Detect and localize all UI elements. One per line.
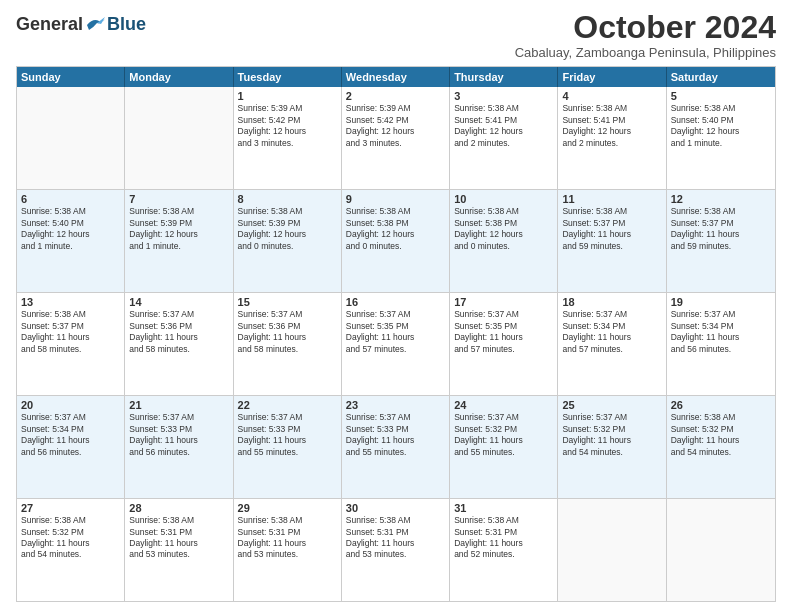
logo-general-text: General [16, 14, 83, 35]
calendar-cell: 30Sunrise: 5:38 AM Sunset: 5:31 PM Dayli… [342, 499, 450, 601]
header-day-sunday: Sunday [17, 67, 125, 87]
calendar-row-2: 6Sunrise: 5:38 AM Sunset: 5:40 PM Daylig… [17, 189, 775, 292]
cell-info-text: Sunrise: 5:37 AM Sunset: 5:32 PM Dayligh… [562, 412, 661, 458]
month-title: October 2024 [515, 10, 776, 45]
calendar-cell: 13Sunrise: 5:38 AM Sunset: 5:37 PM Dayli… [17, 293, 125, 395]
cell-day-number: 10 [454, 193, 553, 205]
cell-info-text: Sunrise: 5:37 AM Sunset: 5:36 PM Dayligh… [238, 309, 337, 355]
calendar-cell: 4Sunrise: 5:38 AM Sunset: 5:41 PM Daylig… [558, 87, 666, 189]
subtitle: Cabaluay, Zamboanga Peninsula, Philippin… [515, 45, 776, 60]
cell-info-text: Sunrise: 5:37 AM Sunset: 5:35 PM Dayligh… [454, 309, 553, 355]
calendar-cell: 14Sunrise: 5:37 AM Sunset: 5:36 PM Dayli… [125, 293, 233, 395]
header-day-monday: Monday [125, 67, 233, 87]
cell-day-number: 14 [129, 296, 228, 308]
calendar-cell: 21Sunrise: 5:37 AM Sunset: 5:33 PM Dayli… [125, 396, 233, 498]
cell-info-text: Sunrise: 5:37 AM Sunset: 5:34 PM Dayligh… [21, 412, 120, 458]
calendar-cell: 16Sunrise: 5:37 AM Sunset: 5:35 PM Dayli… [342, 293, 450, 395]
cell-info-text: Sunrise: 5:38 AM Sunset: 5:32 PM Dayligh… [21, 515, 120, 561]
header-day-friday: Friday [558, 67, 666, 87]
cell-day-number: 17 [454, 296, 553, 308]
cell-info-text: Sunrise: 5:38 AM Sunset: 5:31 PM Dayligh… [129, 515, 228, 561]
calendar-cell: 8Sunrise: 5:38 AM Sunset: 5:39 PM Daylig… [234, 190, 342, 292]
calendar-cell [558, 499, 666, 601]
cell-day-number: 29 [238, 502, 337, 514]
cell-day-number: 19 [671, 296, 771, 308]
calendar-cell: 11Sunrise: 5:38 AM Sunset: 5:37 PM Dayli… [558, 190, 666, 292]
cell-day-number: 25 [562, 399, 661, 411]
calendar-cell: 25Sunrise: 5:37 AM Sunset: 5:32 PM Dayli… [558, 396, 666, 498]
cell-info-text: Sunrise: 5:38 AM Sunset: 5:37 PM Dayligh… [21, 309, 120, 355]
cell-info-text: Sunrise: 5:38 AM Sunset: 5:40 PM Dayligh… [671, 103, 771, 149]
calendar-row-1: 1Sunrise: 5:39 AM Sunset: 5:42 PM Daylig… [17, 87, 775, 189]
cell-day-number: 3 [454, 90, 553, 102]
calendar-cell: 2Sunrise: 5:39 AM Sunset: 5:42 PM Daylig… [342, 87, 450, 189]
cell-day-number: 31 [454, 502, 553, 514]
cell-info-text: Sunrise: 5:38 AM Sunset: 5:31 PM Dayligh… [454, 515, 553, 561]
cell-day-number: 7 [129, 193, 228, 205]
cell-info-text: Sunrise: 5:38 AM Sunset: 5:32 PM Dayligh… [671, 412, 771, 458]
calendar-cell: 19Sunrise: 5:37 AM Sunset: 5:34 PM Dayli… [667, 293, 775, 395]
cell-info-text: Sunrise: 5:38 AM Sunset: 5:31 PM Dayligh… [238, 515, 337, 561]
cell-info-text: Sunrise: 5:37 AM Sunset: 5:33 PM Dayligh… [129, 412, 228, 458]
cell-info-text: Sunrise: 5:38 AM Sunset: 5:40 PM Dayligh… [21, 206, 120, 252]
calendar-cell: 28Sunrise: 5:38 AM Sunset: 5:31 PM Dayli… [125, 499, 233, 601]
cell-day-number: 20 [21, 399, 120, 411]
calendar-row-5: 27Sunrise: 5:38 AM Sunset: 5:32 PM Dayli… [17, 498, 775, 601]
cell-info-text: Sunrise: 5:38 AM Sunset: 5:41 PM Dayligh… [454, 103, 553, 149]
calendar-cell: 7Sunrise: 5:38 AM Sunset: 5:39 PM Daylig… [125, 190, 233, 292]
cell-day-number: 11 [562, 193, 661, 205]
cell-day-number: 8 [238, 193, 337, 205]
calendar-cell [667, 499, 775, 601]
calendar-cell: 12Sunrise: 5:38 AM Sunset: 5:37 PM Dayli… [667, 190, 775, 292]
calendar-cell: 29Sunrise: 5:38 AM Sunset: 5:31 PM Dayli… [234, 499, 342, 601]
cell-info-text: Sunrise: 5:39 AM Sunset: 5:42 PM Dayligh… [238, 103, 337, 149]
cell-day-number: 22 [238, 399, 337, 411]
cell-info-text: Sunrise: 5:38 AM Sunset: 5:38 PM Dayligh… [346, 206, 445, 252]
cell-info-text: Sunrise: 5:38 AM Sunset: 5:37 PM Dayligh… [671, 206, 771, 252]
calendar-cell: 27Sunrise: 5:38 AM Sunset: 5:32 PM Dayli… [17, 499, 125, 601]
calendar-cell: 18Sunrise: 5:37 AM Sunset: 5:34 PM Dayli… [558, 293, 666, 395]
calendar-cell: 10Sunrise: 5:38 AM Sunset: 5:38 PM Dayli… [450, 190, 558, 292]
calendar-cell: 6Sunrise: 5:38 AM Sunset: 5:40 PM Daylig… [17, 190, 125, 292]
cell-day-number: 30 [346, 502, 445, 514]
cell-info-text: Sunrise: 5:37 AM Sunset: 5:34 PM Dayligh… [671, 309, 771, 355]
cell-info-text: Sunrise: 5:38 AM Sunset: 5:31 PM Dayligh… [346, 515, 445, 561]
cell-day-number: 2 [346, 90, 445, 102]
cell-day-number: 16 [346, 296, 445, 308]
calendar-cell: 3Sunrise: 5:38 AM Sunset: 5:41 PM Daylig… [450, 87, 558, 189]
calendar-header: SundayMondayTuesdayWednesdayThursdayFrid… [17, 67, 775, 87]
header-day-thursday: Thursday [450, 67, 558, 87]
cell-info-text: Sunrise: 5:37 AM Sunset: 5:35 PM Dayligh… [346, 309, 445, 355]
cell-info-text: Sunrise: 5:37 AM Sunset: 5:36 PM Dayligh… [129, 309, 228, 355]
cell-info-text: Sunrise: 5:37 AM Sunset: 5:32 PM Dayligh… [454, 412, 553, 458]
cell-day-number: 28 [129, 502, 228, 514]
cell-day-number: 9 [346, 193, 445, 205]
logo-blue-text: Blue [107, 14, 146, 35]
calendar-row-3: 13Sunrise: 5:38 AM Sunset: 5:37 PM Dayli… [17, 292, 775, 395]
calendar-body: 1Sunrise: 5:39 AM Sunset: 5:42 PM Daylig… [17, 87, 775, 601]
calendar-cell: 5Sunrise: 5:38 AM Sunset: 5:40 PM Daylig… [667, 87, 775, 189]
calendar-cell: 15Sunrise: 5:37 AM Sunset: 5:36 PM Dayli… [234, 293, 342, 395]
page: General Blue October 2024 Cabaluay, Zamb… [0, 0, 792, 612]
header-day-saturday: Saturday [667, 67, 775, 87]
header-day-wednesday: Wednesday [342, 67, 450, 87]
header-day-tuesday: Tuesday [234, 67, 342, 87]
cell-info-text: Sunrise: 5:38 AM Sunset: 5:39 PM Dayligh… [238, 206, 337, 252]
cell-day-number: 23 [346, 399, 445, 411]
calendar: SundayMondayTuesdayWednesdayThursdayFrid… [16, 66, 776, 602]
logo-bird-icon [85, 16, 107, 34]
cell-info-text: Sunrise: 5:38 AM Sunset: 5:37 PM Dayligh… [562, 206, 661, 252]
cell-day-number: 18 [562, 296, 661, 308]
cell-day-number: 26 [671, 399, 771, 411]
calendar-cell: 23Sunrise: 5:37 AM Sunset: 5:33 PM Dayli… [342, 396, 450, 498]
calendar-cell: 1Sunrise: 5:39 AM Sunset: 5:42 PM Daylig… [234, 87, 342, 189]
cell-day-number: 27 [21, 502, 120, 514]
cell-info-text: Sunrise: 5:37 AM Sunset: 5:33 PM Dayligh… [346, 412, 445, 458]
cell-info-text: Sunrise: 5:39 AM Sunset: 5:42 PM Dayligh… [346, 103, 445, 149]
cell-day-number: 13 [21, 296, 120, 308]
cell-day-number: 6 [21, 193, 120, 205]
header: General Blue October 2024 Cabaluay, Zamb… [16, 10, 776, 60]
cell-info-text: Sunrise: 5:38 AM Sunset: 5:39 PM Dayligh… [129, 206, 228, 252]
cell-info-text: Sunrise: 5:37 AM Sunset: 5:33 PM Dayligh… [238, 412, 337, 458]
title-block: October 2024 Cabaluay, Zamboanga Peninsu… [515, 10, 776, 60]
